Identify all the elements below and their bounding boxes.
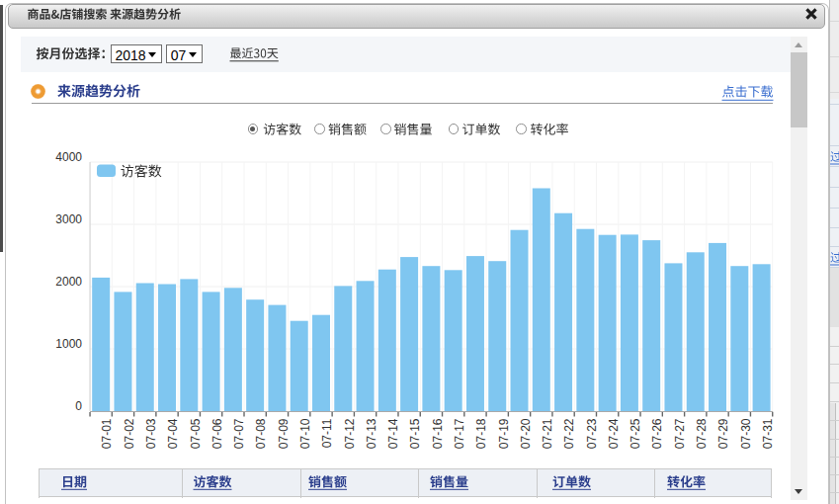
- svg-text:07-24: 07-24: [607, 418, 621, 449]
- svg-text:07-13: 07-13: [365, 418, 378, 449]
- svg-text:07-05: 07-05: [189, 418, 203, 449]
- svg-text:07-30: 07-30: [739, 418, 753, 449]
- svg-text:07-26: 07-26: [650, 418, 664, 449]
- svg-text:07-31: 07-31: [761, 418, 775, 449]
- svg-text:07-27: 07-27: [673, 418, 687, 449]
- svg-text:2000: 2000: [55, 275, 82, 289]
- svg-text:07-28: 07-28: [695, 418, 709, 449]
- svg-text:07-07: 07-07: [232, 418, 246, 449]
- svg-text:07-12: 07-12: [343, 418, 357, 449]
- svg-text:07-14: 07-14: [386, 418, 400, 449]
- svg-text:07-06: 07-06: [210, 418, 224, 449]
- svg-text:07-22: 07-22: [562, 418, 576, 449]
- svg-text:07-25: 07-25: [629, 418, 642, 449]
- svg-text:3000: 3000: [55, 212, 82, 226]
- svg-text:07-19: 07-19: [497, 418, 511, 449]
- svg-text:07-04: 07-04: [166, 418, 180, 449]
- svg-text:07-20: 07-20: [519, 418, 533, 449]
- svg-text:07-16: 07-16: [431, 418, 445, 449]
- svg-text:07-17: 07-17: [453, 418, 466, 449]
- svg-text:4000: 4000: [55, 150, 82, 164]
- svg-text:07-03: 07-03: [144, 418, 158, 449]
- svg-text:07-01: 07-01: [100, 418, 114, 449]
- svg-text:07-11: 07-11: [320, 418, 334, 448]
- svg-text:0: 0: [75, 399, 82, 413]
- svg-text:07-08: 07-08: [254, 418, 268, 449]
- svg-text:07-23: 07-23: [585, 418, 599, 449]
- svg-text:07-29: 07-29: [716, 418, 730, 449]
- svg-text:07-10: 07-10: [298, 418, 312, 449]
- svg-text:07-15: 07-15: [408, 418, 422, 449]
- svg-text:07-18: 07-18: [474, 418, 488, 449]
- svg-text:1000: 1000: [55, 337, 82, 351]
- svg-text:07-09: 07-09: [277, 418, 291, 449]
- svg-text:07-02: 07-02: [123, 418, 136, 449]
- svg-text:07-21: 07-21: [541, 418, 554, 449]
